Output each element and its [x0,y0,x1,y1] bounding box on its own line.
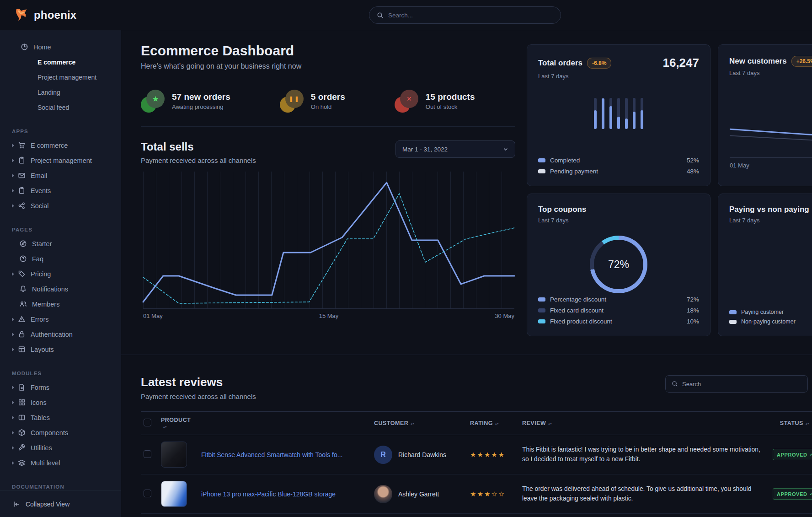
star-badge-icon: ★ [141,90,165,113]
sidebar-item-faq[interactable]: Faq [0,251,121,266]
sidebar-item-layouts[interactable]: Layouts [0,342,121,357]
sidebar: Home E commerce Project management Landi… [0,30,121,517]
card-period: Last 7 days [729,70,812,76]
sidebar-item-label: Project management [31,157,92,164]
sidebar-item-multi-level[interactable]: Multi level [0,455,121,470]
row-checkbox[interactable] [144,450,151,458]
column-header-rating[interactable]: RATING▴▾ [467,412,519,435]
sidebar-item-components[interactable]: Components [0,425,121,440]
sidebar-item-starter[interactable]: Starter [0,236,121,251]
sidebar-item-authentication[interactable]: Authentication [0,327,121,342]
sidebar-item-project-management-dashboard[interactable]: Project management [0,70,121,85]
reviews-search-input[interactable] [682,381,801,388]
card-new-customers: New customers +26.5% Last 7 days 01 May [718,44,812,186]
sidebar-item-forms[interactable]: Forms [0,380,121,395]
sidebar-item-errors[interactable]: Errors [0,312,121,327]
layout-icon [18,345,26,353]
card-title: Total orders [538,59,582,68]
chevron-right-icon [12,204,14,208]
avatar[interactable] [374,485,392,503]
divider [141,126,515,127]
stat-caption: Awating processing [172,103,230,110]
sidebar-item-tables[interactable]: Tables [0,410,121,425]
product-thumbnail-fitbit[interactable] [161,442,187,468]
x-tick: 01 May [143,312,163,319]
product-link[interactable]: Fitbit Sense Advanced Smartwatch with To… [201,451,342,458]
product-link[interactable]: iPhone 13 pro max-Pacific Blue-128GB sto… [201,490,336,498]
sort-icon: ▴▾ [495,423,499,425]
sidebar-item-social-feed[interactable]: Social feed [0,100,121,115]
card-title: New customers [729,57,787,66]
date-range-select[interactable]: Mar 1 - 31, 2022 [395,140,515,158]
tag-icon [18,270,26,278]
brand-name: phoenix [34,9,76,22]
stat-value: 57 new orders [172,92,230,102]
layers-icon [18,459,26,467]
sidebar-item-label: Members [32,301,59,308]
column-header-status[interactable]: STATUS▴▾ [770,412,812,435]
cube-icon [18,429,26,436]
brand[interactable]: phoenix [0,8,76,22]
stat-new-orders: ★ 57 new orders Awating processing [141,90,230,113]
phoenix-logo-icon [14,8,29,22]
chevron-right-icon [12,318,14,321]
collapse-label: Collapsed View [26,501,69,508]
product-thumbnail-iphone[interactable] [161,481,187,507]
sidebar-item-home[interactable]: Home [0,39,121,54]
legend-row: Fixed card discount 18% [538,307,699,314]
row-checkbox[interactable] [144,490,151,497]
customers-line-chart [730,113,812,154]
sidebar-item-utilities[interactable]: Utilities [0,440,121,455]
reviews-search[interactable] [665,375,808,393]
legend-label: Percentage discount [550,296,606,303]
sidebar-item-apps-social[interactable]: Social [0,198,121,213]
search-icon [377,12,384,19]
check-icon: ✓ [810,491,812,497]
sidebar-item-apps-events[interactable]: Events [0,183,121,198]
customer-name: Ashley Garrett [398,490,439,498]
column-header-customer[interactable]: CUSTOMER▴▾ [371,412,467,435]
sidebar-item-pricing[interactable]: Pricing [0,266,121,281]
table-row: ★★★★★ It's a Mac, after all. Once you've… [141,514,812,517]
column-header-review[interactable]: REVIEW▴▾ [519,412,770,435]
legend-row: Non-paying customer [729,318,812,325]
x-badge-icon: ✕ [395,90,418,113]
sidebar-item-apps-project-management[interactable]: Project management [0,153,121,168]
reviews-title: Latest reviews [141,375,256,389]
sidebar-item-apps-email[interactable]: Email [0,168,121,183]
legend-row: Completed 52% [538,157,699,164]
card-top-coupons: Top coupons Last 7 days 72% Percentage d… [527,194,710,336]
total-sells-chart: 01 May 15 May 30 May [141,172,515,319]
x-tick: 01 May [730,162,749,169]
search-input[interactable] [388,12,553,19]
column-header-product[interactable]: PRODUCT▴▾ [158,412,198,435]
legend-value: 18% [687,307,699,314]
collapse-sidebar-button[interactable]: Collapsed View [0,490,121,517]
sidebar-item-label: Tables [31,414,50,421]
grid-icon [18,399,26,406]
avatar[interactable]: R [374,446,392,464]
chevron-right-icon [12,189,14,193]
users-icon [19,300,27,308]
sidebar-item-label: Pricing [31,270,51,278]
sidebar-item-label: Social [31,202,49,210]
sidebar-item-members[interactable]: Members [0,296,121,312]
select-all-checkbox[interactable] [144,419,151,426]
sidebar-item-icons[interactable]: Icons [0,395,121,410]
chevron-right-icon [12,272,14,276]
sidebar-item-ecommerce-dashboard[interactable]: E commerce [0,54,121,70]
sidebar-item-label: Errors [31,316,48,323]
sidebar-item-label: Faq [32,255,43,263]
sidebar-item-apps-ecommerce[interactable]: E commerce [0,138,121,153]
reviews-table: PRODUCT▴▾ CUSTOMER▴▾ RATING▴▾ REVIEW▴▾ S… [141,411,812,517]
stats-row: ★ 57 new orders Awating processing ❚❚ [141,90,515,113]
chevron-right-icon [12,174,14,178]
sidebar-item-landing[interactable]: Landing [0,85,121,100]
stat-value: 5 orders [311,92,345,102]
legend-label: Fixed product discount [550,318,612,325]
sidebar-item-notifications[interactable]: Notifications [0,281,121,296]
chevron-right-icon [12,144,14,147]
x-axis-labels: 01 May 15 May 30 May [143,312,514,319]
global-search[interactable] [369,6,561,24]
legend-swatch [538,319,545,323]
